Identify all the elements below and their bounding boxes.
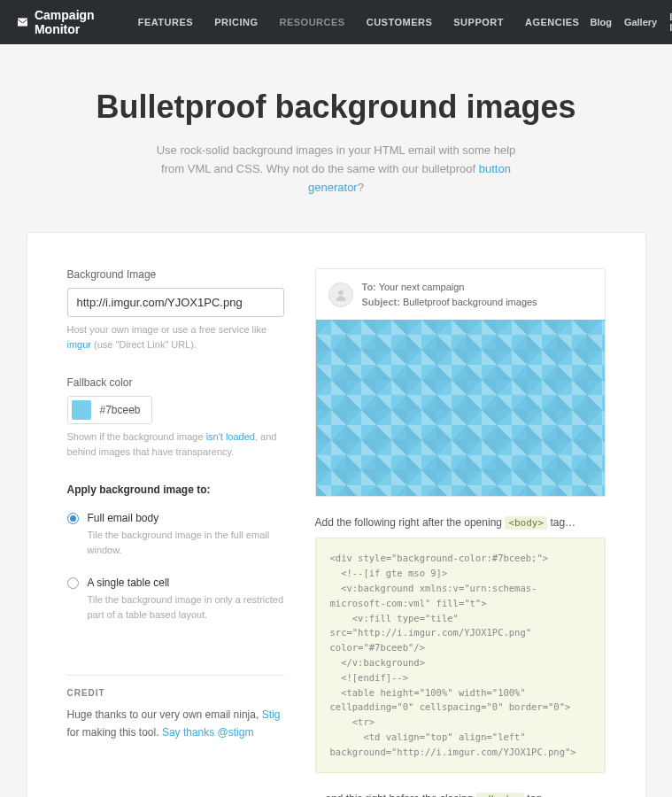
- page-subtitle: Use rock-solid background images in your…: [151, 142, 522, 197]
- envelope-icon: [18, 16, 27, 28]
- body-open-tag: <body>: [505, 516, 547, 530]
- nav-pricing[interactable]: PRICING: [204, 17, 268, 27]
- fallback-hint: Shown if the background image isn't load…: [67, 429, 284, 459]
- bg-image-input[interactable]: [67, 288, 284, 317]
- bg-image-section: Background Image Host your own image or …: [67, 268, 284, 352]
- subject-value: Bulletproof background images: [403, 297, 537, 307]
- stig-link[interactable]: Stig: [262, 708, 281, 721]
- avatar-icon: [328, 282, 353, 307]
- radio-label: Full email body: [88, 512, 159, 524]
- header-right: Blog Gallery Log In SIGN UP: [590, 3, 672, 42]
- fallback-section: Fallback color #7bceeb Shown if the back…: [67, 376, 284, 459]
- radio-desc: Tile the background image in only a rest…: [88, 592, 284, 622]
- svg-point-1: [338, 290, 343, 295]
- isnt-loaded-link[interactable]: isn't loaded: [206, 431, 255, 442]
- svg-rect-0: [18, 19, 27, 26]
- brand-logo[interactable]: Campaign Monitor: [18, 8, 101, 36]
- radio-full-body[interactable]: Full email body Tile the background imag…: [67, 512, 284, 557]
- color-value: #7bceeb: [100, 404, 148, 416]
- to-label: To:: [362, 282, 376, 292]
- color-swatch-input[interactable]: #7bceeb: [67, 396, 152, 424]
- stigm-twitter-link[interactable]: Say thanks @stigm: [162, 726, 254, 739]
- form-column: Background Image Host your own image or …: [67, 268, 284, 797]
- divider: [67, 675, 284, 676]
- primary-nav: FEATURES PRICING RESOURCES CUSTOMERS SUP…: [127, 17, 591, 27]
- preview-meta: To: Your next campaign Subject: Bulletpr…: [362, 280, 537, 309]
- brand-name: Campaign Monitor: [35, 8, 101, 36]
- imgur-link[interactable]: imgur: [67, 339, 92, 350]
- nav-agencies[interactable]: AGENCIES: [514, 17, 590, 27]
- apply-label: Apply background image to:: [67, 484, 284, 496]
- preview-column: To: Your next campaign Subject: Bulletpr…: [315, 268, 606, 797]
- tool-card: Background Image Host your own image or …: [27, 232, 646, 797]
- apply-section: Apply background image to: Full email bo…: [67, 484, 284, 622]
- link-blog[interactable]: Blog: [590, 17, 611, 27]
- bg-image-hint: Host your own image or use a free servic…: [67, 322, 284, 352]
- radio-desc: Tile the background image in the full em…: [88, 528, 284, 557]
- subject-label: Subject:: [362, 297, 400, 307]
- nav-customers[interactable]: CUSTOMERS: [356, 17, 444, 27]
- site-header: Campaign Monitor FEATURES PRICING RESOUR…: [0, 0, 672, 44]
- code-block-top[interactable]: <div style="background-color:#7bceeb;"> …: [315, 538, 606, 772]
- instruction-bottom: …and this right before the closing </bod…: [315, 793, 606, 797]
- email-preview-body: [315, 320, 606, 497]
- radio-icon: [67, 513, 79, 524]
- nav-resources[interactable]: RESOURCES: [269, 17, 356, 27]
- body-close-tag: </body>: [476, 793, 524, 797]
- radio-icon: [67, 577, 79, 589]
- radio-label: A single table cell: [88, 576, 170, 589]
- nav-support[interactable]: SUPPORT: [443, 17, 514, 27]
- radio-single-cell[interactable]: A single table cell Tile the background …: [67, 576, 284, 622]
- link-gallery[interactable]: Gallery: [624, 17, 657, 27]
- page-title: Bulletproof background images: [18, 89, 654, 126]
- preview-header: To: Your next campaign Subject: Bulletpr…: [315, 268, 606, 320]
- nav-features[interactable]: FEATURES: [127, 17, 204, 27]
- color-swatch-icon: [72, 400, 91, 420]
- to-value: Your next campaign: [379, 282, 465, 292]
- credit-text: Huge thanks to our very own email ninja,…: [67, 707, 284, 740]
- bg-image-label: Background Image: [67, 268, 284, 281]
- instruction-top: Add the following right after the openin…: [315, 516, 606, 529]
- fallback-label: Fallback color: [67, 376, 284, 389]
- credit-heading: CREDIT: [67, 688, 284, 698]
- hero: Bulletproof background images Use rock-s…: [0, 44, 672, 232]
